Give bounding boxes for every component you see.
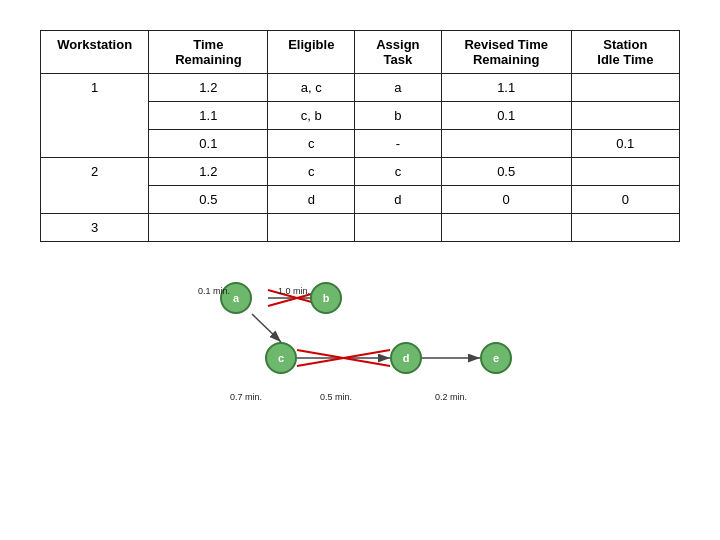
row-1-assign_task-1: d: [355, 186, 442, 214]
node-b: b: [310, 282, 342, 314]
row-0-revised_time-2: [441, 130, 571, 158]
diagram-area: a b c d e 1.0 min. 0.1 min. 0.5 min. 0.7…: [190, 262, 530, 422]
row-0-assign_task-1: b: [355, 102, 442, 130]
row-1-assign_task-0: c: [355, 158, 442, 186]
row-1-workstation: 2: [41, 158, 149, 214]
header-time-remaining: Time Remaining: [149, 31, 268, 74]
workstation-table: Workstation Time Remaining Eligible Assi…: [40, 30, 680, 242]
row-1-revised_time-1: 0: [441, 186, 571, 214]
row-0-time_remaining-1: 1.1: [149, 102, 268, 130]
row-0-workstation: 1: [41, 74, 149, 158]
row-0-assign_task-2: -: [355, 130, 442, 158]
row-0-station_idle-2: 0.1: [571, 130, 679, 158]
row-1-time_remaining-0: 1.2: [149, 158, 268, 186]
row-0-revised_time-0: 1.1: [441, 74, 571, 102]
header-eligible: Eligible: [268, 31, 355, 74]
node-d: d: [390, 342, 422, 374]
edge-label-cd: 0.5 min.: [320, 392, 352, 402]
edge-label-ab: 1.0 min.: [278, 286, 310, 296]
header-revised-time: Revised TimeRemaining: [441, 31, 571, 74]
row-2-workstation: 3: [41, 214, 149, 242]
row-0-eligible-0: a, c: [268, 74, 355, 102]
row-0-eligible-2: c: [268, 130, 355, 158]
row-0-station_idle-1: [571, 102, 679, 130]
row-0-time_remaining-2: 0.1: [149, 130, 268, 158]
svg-line-4: [252, 314, 281, 342]
row-0-assign_task-0: a: [355, 74, 442, 102]
header-station-idle: StationIdle Time: [571, 31, 679, 74]
node-e: e: [480, 342, 512, 374]
node-c: c: [265, 342, 297, 374]
header-assign-task: Assign Task: [355, 31, 442, 74]
edge-label-a: 0.1 min.: [198, 286, 230, 296]
row-0-time_remaining-0: 1.2: [149, 74, 268, 102]
row-1-revised_time-0: 0.5: [441, 158, 571, 186]
edge-label-c: 0.7 min.: [230, 392, 262, 402]
row-2-station_idle-0: [571, 214, 679, 242]
row-1-eligible-0: c: [268, 158, 355, 186]
row-2-eligible-0: [268, 214, 355, 242]
main-table-wrapper: Workstation Time Remaining Eligible Assi…: [40, 30, 680, 242]
row-2-assign_task-0: [355, 214, 442, 242]
edge-label-de: 0.2 min.: [435, 392, 467, 402]
row-0-eligible-1: c, b: [268, 102, 355, 130]
row-1-time_remaining-1: 0.5: [149, 186, 268, 214]
row-1-station_idle-0: [571, 158, 679, 186]
row-1-station_idle-1: 0: [571, 186, 679, 214]
row-2-revised_time-0: [441, 214, 571, 242]
row-0-station_idle-0: [571, 74, 679, 102]
header-workstation: Workstation: [41, 31, 149, 74]
row-1-eligible-1: d: [268, 186, 355, 214]
row-2-time_remaining-0: [149, 214, 268, 242]
row-0-revised_time-1: 0.1: [441, 102, 571, 130]
